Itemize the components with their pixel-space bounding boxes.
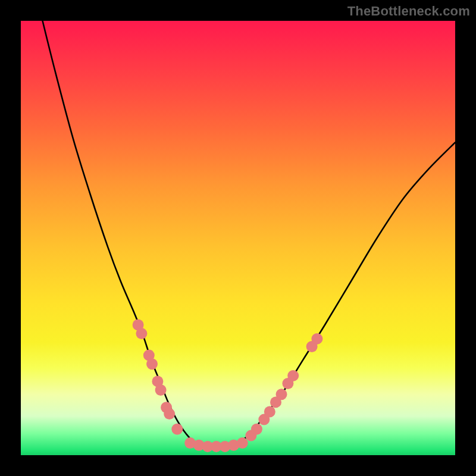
- outer-frame: TheBottleneck.com: [0, 0, 476, 476]
- curve-marker: [237, 437, 248, 449]
- curve-marker: [164, 408, 175, 419]
- curve-marker: [311, 333, 322, 345]
- chart-svg: [21, 21, 455, 455]
- curve-marker: [155, 384, 167, 396]
- curve-marker: [171, 424, 183, 435]
- marker-group: [133, 320, 323, 452]
- curve-marker: [287, 370, 299, 381]
- curve-marker: [146, 358, 158, 369]
- curve-marker: [136, 328, 147, 339]
- curve-marker: [251, 424, 262, 435]
- bottleneck-curve: [43, 21, 456, 447]
- curve-marker: [264, 406, 275, 418]
- curve-marker: [276, 389, 287, 400]
- watermark-text: TheBottleneck.com: [347, 4, 470, 19]
- plot-area: [21, 21, 455, 455]
